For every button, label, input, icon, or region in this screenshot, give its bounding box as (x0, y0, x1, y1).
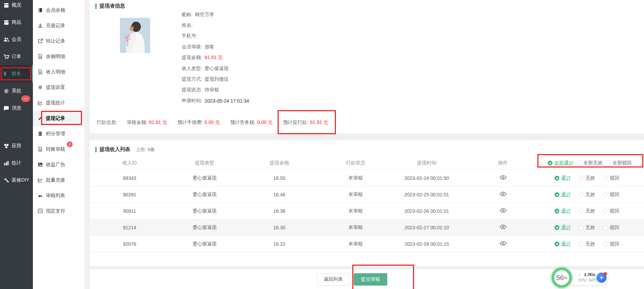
submenu-item-income-detail[interactable]: 收入明细 (33, 64, 84, 80)
field-income-type-value: 爱心值返现 (205, 66, 229, 72)
radio-approve[interactable]: 通过 (555, 241, 571, 247)
members-icon (3, 37, 9, 43)
radio-approve[interactable]: 通过 (555, 192, 571, 198)
book-icon (38, 8, 43, 13)
sidebar-item-label: 系统 (12, 88, 21, 94)
radio-reject[interactable]: 驳回 (603, 192, 619, 198)
view-icon[interactable] (500, 208, 507, 213)
submenu-item-designated-payment[interactable]: 指定支付 (33, 203, 84, 219)
sidebar-item-label: 应用 (12, 143, 21, 149)
memory-usage-ring[interactable]: 56 % (552, 268, 572, 288)
submenu-item-income-ads[interactable]: 收益广告 (33, 157, 84, 172)
chart-icon (38, 100, 43, 105)
radio-invalid[interactable]: 无效 (579, 192, 595, 198)
sidebar-item-diy[interactable]: 装修DIY (0, 172, 33, 189)
radio-invalid[interactable]: 无效 (579, 224, 595, 231)
submenu-item-points[interactable]: 积分管理 (33, 126, 84, 141)
payment-info-row: 打款信息: 审核金额:81.91 元 预计手续费:0.00 元 预计劳务税:0.… (97, 117, 339, 128)
radio-dot (555, 192, 559, 197)
radio-approve[interactable]: 通过 (555, 224, 571, 231)
submenu-item-label: 提现设置 (46, 84, 65, 91)
submenu-item-member-balance[interactable]: 会员余额 (33, 2, 84, 18)
submenu-item-batch-recharge[interactable]: 批量充值 (33, 172, 84, 188)
submenu-item-withdraw-records[interactable]: 提现记录 (33, 111, 84, 126)
view-icon[interactable] (500, 241, 507, 246)
radio-reject[interactable]: 驳回 (603, 175, 619, 181)
admin-app: 概况 商品 会员 订单 ¥ 财务 系统 (0, 0, 644, 289)
radio-approve-all[interactable]: 全部通过 (548, 160, 573, 166)
radio-invalid-all[interactable]: 全部无效 (577, 160, 603, 166)
message-badge: ... (21, 95, 30, 102)
radio-reject[interactable]: 驳回 (603, 208, 619, 214)
sidebar-item-label: 商品 (12, 19, 21, 25)
view-icon[interactable] (500, 175, 507, 180)
radio-invalid[interactable]: 无效 (579, 241, 595, 247)
radio-approve[interactable]: 通过 (555, 175, 571, 181)
submenu-item-label: 批量充值 (46, 177, 65, 183)
cell-withdraw-amount: 16.38 (240, 208, 319, 214)
radio-dot (579, 242, 584, 246)
cell-income-id: 91214 (90, 225, 169, 230)
cell-radios: 通过 无效 驳回 (545, 192, 644, 198)
sidebar-item-message[interactable]: 消息 ... (0, 100, 33, 117)
goods-icon (3, 20, 9, 25)
radio-approve[interactable]: 通过 (555, 208, 571, 214)
cell-withdraw-amount: 16.46 (240, 192, 319, 197)
system-icon (3, 88, 9, 94)
submit-review-button[interactable]: 提交审核 (354, 273, 387, 286)
field-member-level: 会员等级: 游客 (182, 42, 249, 52)
memory-percent: 56 (556, 274, 564, 282)
cell-radios: 通过 无效 驳回 (545, 175, 644, 181)
submenu-item-balance-detail[interactable]: 余额明细 (33, 49, 84, 64)
notification-dot (604, 272, 607, 276)
col-withdraw-amount: 提现金额 (240, 160, 319, 166)
cell-withdraw-type: 爱心值返现 (169, 241, 240, 247)
submenu-item-review-list[interactable]: 审核列表 (33, 188, 84, 203)
cell-withdraw-time: 2023-02-25 00:01:01 (392, 192, 461, 197)
cell-actions (461, 241, 545, 247)
submenu-item-withdraw-settings[interactable]: 提现设置 (33, 80, 84, 95)
radio-dot (555, 209, 559, 213)
submenu-item-recharge-records[interactable]: 充值记录 (33, 18, 84, 33)
boost-ball[interactable]: + (596, 273, 607, 283)
radio-dot (603, 209, 608, 213)
radio-reject[interactable]: 驳回 (603, 241, 619, 247)
cpu-monitor-widget[interactable]: ↑ 2.7K/s CPU 34°C 56 % + (551, 267, 609, 289)
submenu-item-label: 提现统计 (46, 100, 65, 106)
radio-invalid[interactable]: 无效 (579, 208, 595, 214)
radio-reject[interactable]: 驳回 (603, 224, 619, 231)
submenu-item-transfer-review[interactable]: 转账审核 2 (33, 141, 84, 157)
apps-icon (3, 143, 9, 149)
radio-reject-all[interactable]: 全部驳回 (606, 160, 632, 166)
submenu-item-label: 余额明细 (46, 54, 65, 60)
sidebar-item-label: 概况 (12, 2, 21, 8)
sidebar-item-finance[interactable]: ¥ 财务 (0, 65, 33, 82)
field-income-type: 收入类型: 爱心值返现 (182, 63, 249, 74)
radio-dot (603, 192, 608, 197)
view-icon[interactable] (500, 192, 507, 196)
payment-estimated-tax: 预计劳务税:0.00 元 (230, 119, 273, 126)
sidebar-item-stats[interactable]: 统计 (0, 154, 33, 172)
radio-dot (579, 192, 584, 197)
submenu-item-label: 会员余额 (46, 7, 65, 13)
cell-withdraw-type: 爱心值返现 (169, 175, 240, 181)
sidebar-item-overview[interactable]: 概况 (0, 0, 33, 14)
withdrawer-info-card: 提现者信息 (90, 0, 644, 133)
sidebar-item-goods[interactable]: 商品 (0, 14, 33, 31)
download-icon (38, 23, 43, 28)
field-apply-time: 申请时间: 2023-05-24 17:01:34 (182, 95, 249, 106)
sidebar-item-orders[interactable]: 订单 (0, 48, 33, 65)
back-to-list-button[interactable]: 返回列表 (317, 273, 350, 286)
submenu-item-transfer-records[interactable]: 转让记录 (33, 33, 84, 49)
submenu-item-label: 审核列表 (46, 193, 65, 199)
sidebar-item-members[interactable]: 会员 (0, 31, 33, 48)
table-row: 90391 爱心值返现 16.46 未审核 2023-02-25 00:01:0… (90, 186, 644, 203)
sidebar-item-apps[interactable]: 应用 (0, 137, 33, 154)
radio-invalid[interactable]: 无效 (579, 175, 595, 181)
income-table: 收入ID 提现类型 提现金额 打款状态 提现时间 操作 全部通过 (90, 156, 644, 252)
view-icon[interactable] (500, 224, 507, 229)
submenu-item-withdraw-stats[interactable]: 提现统计 (33, 95, 84, 111)
radio-dot (555, 242, 559, 246)
field-name: 姓名: (182, 20, 249, 31)
field-nickname-value: 晴空万李 (195, 12, 214, 18)
